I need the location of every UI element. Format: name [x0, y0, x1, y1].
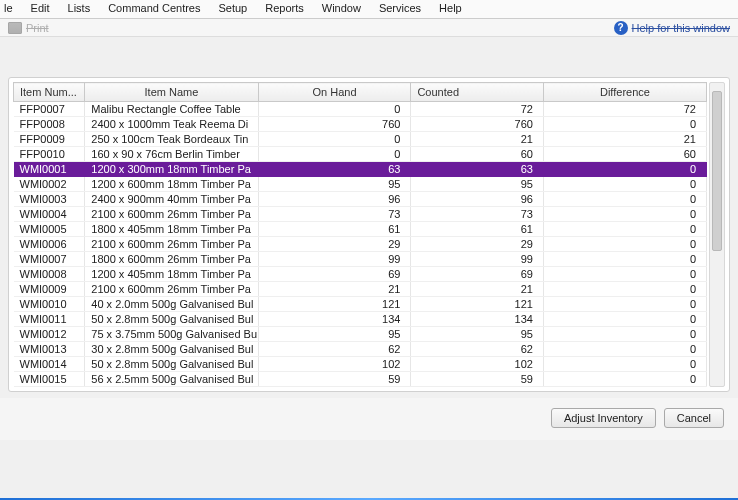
- col-counted[interactable]: Counted: [411, 83, 543, 102]
- cell-on_hand: 99: [258, 252, 411, 267]
- cell-on_hand: 95: [258, 327, 411, 342]
- cell-counted[interactable]: 102: [411, 357, 543, 372]
- cell-name: 56 x 2.5mm 500g Galvanised Bul: [85, 372, 258, 387]
- menu-reports[interactable]: Reports: [265, 2, 304, 14]
- cell-on_hand: 760: [258, 117, 411, 132]
- cell-name: Malibu Rectangle Coffee Table: [85, 102, 258, 117]
- table-row[interactable]: WMI00081200 x 405mm 18mm Timber Pa69690: [14, 267, 707, 282]
- table-row[interactable]: FFP0010160 x 90 x 76cm Berlin Timber0606…: [14, 147, 707, 162]
- cell-name: 50 x 2.8mm 500g Galvanised Bul: [85, 357, 258, 372]
- cell-counted[interactable]: 21: [411, 282, 543, 297]
- table-row[interactable]: WMI00071800 x 600mm 26mm Timber Pa99990: [14, 252, 707, 267]
- table-row[interactable]: WMI00021200 x 600mm 18mm Timber Pa95950: [14, 177, 707, 192]
- cell-diff: 0: [543, 267, 706, 282]
- table-row[interactable]: WMI001150 x 2.8mm 500g Galvanised Bul134…: [14, 312, 707, 327]
- table-row[interactable]: WMI00092100 x 600mm 26mm Timber Pa21210: [14, 282, 707, 297]
- adjust-inventory-button[interactable]: Adjust Inventory: [551, 408, 656, 428]
- cell-counted[interactable]: 69: [411, 267, 543, 282]
- cell-counted[interactable]: 61: [411, 222, 543, 237]
- cell-on_hand: 0: [258, 132, 411, 147]
- cell-counted[interactable]: 59: [411, 372, 543, 387]
- cell-name: 50 x 2.8mm 500g Galvanised Bul: [85, 312, 258, 327]
- cell-on_hand: 95: [258, 177, 411, 192]
- cell-on_hand: 96: [258, 192, 411, 207]
- table-row[interactable]: WMI00051800 x 405mm 18mm Timber Pa61610: [14, 222, 707, 237]
- cell-name: 75 x 3.75mm 500g Galvanised Bu: [85, 327, 258, 342]
- cell-name: 1800 x 405mm 18mm Timber Pa: [85, 222, 258, 237]
- cell-diff: 0: [543, 372, 706, 387]
- cell-num: WMI0014: [14, 357, 85, 372]
- cell-name: 1200 x 600mm 18mm Timber Pa: [85, 177, 258, 192]
- table-row[interactable]: FFP0009250 x 100cm Teak Bordeaux Tin0212…: [14, 132, 707, 147]
- cell-counted[interactable]: 21: [411, 132, 543, 147]
- cell-counted[interactable]: 29: [411, 237, 543, 252]
- cell-counted[interactable]: 96: [411, 192, 543, 207]
- col-difference[interactable]: Difference: [543, 83, 706, 102]
- cell-diff: 0: [543, 312, 706, 327]
- cell-counted[interactable]: 95: [411, 327, 543, 342]
- col-on-hand[interactable]: On Hand: [258, 83, 411, 102]
- table-row[interactable]: WMI001275 x 3.75mm 500g Galvanised Bu959…: [14, 327, 707, 342]
- menu-command-centres[interactable]: Command Centres: [108, 2, 200, 14]
- cell-counted[interactable]: 72: [411, 102, 543, 117]
- cell-counted[interactable]: 760: [411, 117, 543, 132]
- table-row[interactable]: WMI001556 x 2.5mm 500g Galvanised Bul595…: [14, 372, 707, 387]
- scrollbar-thumb[interactable]: [712, 91, 722, 251]
- cell-diff: 0: [543, 207, 706, 222]
- cell-num: FFP0008: [14, 117, 85, 132]
- table-row[interactable]: FFP00082400 x 1000mm Teak Reema Di760760…: [14, 117, 707, 132]
- col-item-num[interactable]: Item Num...: [14, 83, 85, 102]
- cell-counted[interactable]: 95: [411, 177, 543, 192]
- cell-name: 2400 x 900mm 40mm Timber Pa: [85, 192, 258, 207]
- menu-window[interactable]: Window: [322, 2, 361, 14]
- table-row[interactable]: WMI00062100 x 600mm 26mm Timber Pa29290: [14, 237, 707, 252]
- cell-on_hand: 0: [258, 102, 411, 117]
- cell-num: WMI0007: [14, 252, 85, 267]
- help-link[interactable]: Help for this window: [632, 22, 730, 34]
- table-row[interactable]: WMI001040 x 2.0mm 500g Galvanised Bul121…: [14, 297, 707, 312]
- cell-diff: 0: [543, 357, 706, 372]
- menu-help[interactable]: Help: [439, 2, 462, 14]
- cell-name: 2100 x 600mm 26mm Timber Pa: [85, 282, 258, 297]
- cell-counted[interactable]: 134: [411, 312, 543, 327]
- cell-on_hand: 102: [258, 357, 411, 372]
- cell-on_hand: 63: [258, 162, 411, 177]
- cell-diff: 0: [543, 162, 706, 177]
- menu-setup[interactable]: Setup: [218, 2, 247, 14]
- cell-num: WMI0013: [14, 342, 85, 357]
- table-row[interactable]: WMI001330 x 2.8mm 500g Galvanised Bul626…: [14, 342, 707, 357]
- cell-num: WMI0002: [14, 177, 85, 192]
- menu-file[interactable]: le: [4, 2, 13, 14]
- vertical-scrollbar[interactable]: [709, 82, 725, 387]
- cell-diff: 0: [543, 177, 706, 192]
- print-icon[interactable]: [8, 22, 22, 34]
- cell-diff: 60: [543, 147, 706, 162]
- table-row[interactable]: WMI00011200 x 300mm 18mm Timber Pa63630: [14, 162, 707, 177]
- col-item-name[interactable]: Item Name: [85, 83, 258, 102]
- dialog-button-row: Adjust Inventory Cancel: [0, 398, 738, 440]
- cell-name: 2400 x 1000mm Teak Reema Di: [85, 117, 258, 132]
- menu-bar: le Edit Lists Command Centres Setup Repo…: [0, 0, 738, 19]
- cell-counted[interactable]: 60: [411, 147, 543, 162]
- cell-name: 250 x 100cm Teak Bordeaux Tin: [85, 132, 258, 147]
- table-row[interactable]: WMI001450 x 2.8mm 500g Galvanised Bul102…: [14, 357, 707, 372]
- cell-counted[interactable]: 121: [411, 297, 543, 312]
- inventory-count-panel: Item Num... Item Name On Hand Counted Di…: [8, 77, 730, 392]
- cell-counted[interactable]: 73: [411, 207, 543, 222]
- cell-counted[interactable]: 63: [411, 162, 543, 177]
- table-row[interactable]: FFP0007Malibu Rectangle Coffee Table0727…: [14, 102, 707, 117]
- cell-diff: 0: [543, 297, 706, 312]
- cancel-button[interactable]: Cancel: [664, 408, 724, 428]
- cell-name: 30 x 2.8mm 500g Galvanised Bul: [85, 342, 258, 357]
- menu-lists[interactable]: Lists: [68, 2, 91, 14]
- help-icon[interactable]: ?: [614, 21, 628, 35]
- inventory-table: Item Num... Item Name On Hand Counted Di…: [13, 82, 707, 387]
- cell-counted[interactable]: 62: [411, 342, 543, 357]
- cell-num: FFP0007: [14, 102, 85, 117]
- table-row[interactable]: WMI00042100 x 600mm 26mm Timber Pa73730: [14, 207, 707, 222]
- cell-name: 160 x 90 x 76cm Berlin Timber: [85, 147, 258, 162]
- table-row[interactable]: WMI00032400 x 900mm 40mm Timber Pa96960: [14, 192, 707, 207]
- menu-edit[interactable]: Edit: [31, 2, 50, 14]
- menu-services[interactable]: Services: [379, 2, 421, 14]
- cell-counted[interactable]: 99: [411, 252, 543, 267]
